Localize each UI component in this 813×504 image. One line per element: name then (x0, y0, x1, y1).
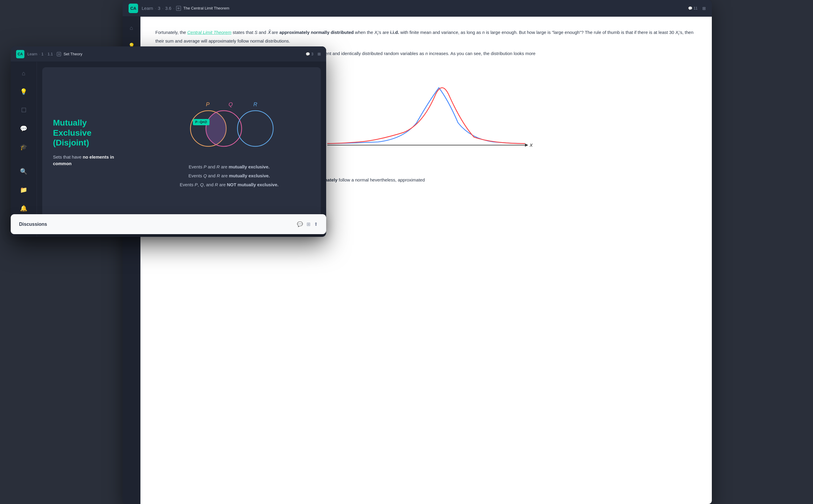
main-sidebar-lightbulb-icon[interactable]: 💡 (18, 86, 30, 98)
bg-comment-count: 11 (694, 6, 698, 10)
bg-title-icons: 💬 11 ⊞ (688, 6, 706, 11)
bg-sep1: · (155, 6, 156, 11)
main-title: Set Theory (63, 52, 82, 56)
slide-title: Mutually Exclusive (Disjoint) (53, 118, 127, 148)
venn-labels: Events P and R are mutually exclusive. E… (180, 162, 279, 189)
discussions-icons: 💬 ⊞ ⬆ (297, 221, 318, 227)
discussions-header: Discussions 💬 ⊞ ⬆ (19, 221, 318, 227)
bg-titlebar: CA Learn · 3 · 3.6 · ▤ The Central Limit… (123, 0, 712, 17)
main-sidebar-chat-icon[interactable]: 💬 (18, 123, 30, 134)
bg-num2: 3.6 (165, 6, 171, 11)
bg-logo: CA (129, 4, 138, 13)
venn-label-1: Events P and R are mutually exclusive. (180, 162, 279, 171)
bg-comment-icon[interactable]: 💬 11 (688, 6, 698, 10)
bg-sep2: · (162, 6, 163, 11)
svg-text:P: P (206, 101, 209, 107)
main-num1: 1 (41, 52, 43, 56)
discussions-title: Discussions (19, 222, 47, 227)
discussions-grid-icon[interactable]: ⊞ (307, 221, 310, 227)
main-module-icon: ▤ (57, 52, 61, 56)
main-sidebar-home-icon[interactable]: ⌂ (18, 67, 30, 79)
svg-marker-1 (525, 144, 528, 147)
venn-svg: P Q R (179, 96, 280, 155)
comment-symbol2: 💬 (306, 52, 310, 56)
lesson-slide: Mutually Exclusive (Disjoint) Sets that … (42, 67, 321, 218)
bg-sep3: · (173, 6, 174, 11)
main-sidebar-folder-icon[interactable]: 📁 (18, 184, 30, 196)
bg-learn-label[interactable]: Learn (142, 6, 153, 11)
main-sidebar-bell-icon[interactable]: 🔔 (18, 202, 30, 214)
svg-point-10 (237, 111, 273, 146)
main-num2: 1.1 (48, 52, 53, 56)
svg-text:R: R (254, 101, 257, 107)
svg-text:x: x (529, 142, 533, 148)
main-layout-icon[interactable]: ⊞ (318, 52, 321, 56)
main-sep3: · (54, 52, 56, 56)
main-window: CA Learn · 1 · 1.1 · ▤ Set Theory 💬 3 ⊞ … (11, 46, 326, 237)
module-icon: ▤ (176, 6, 181, 11)
main-sidebar-search-icon[interactable]: 🔍 (18, 165, 30, 177)
bg-para1: Fortunately, the Central Limit Theorem s… (155, 29, 697, 45)
bg-layout-icon[interactable]: ⊞ (702, 6, 706, 11)
main-comment-icon[interactable]: 💬 3 (306, 52, 313, 56)
slide-subtitle: Sets that have no elements in common (53, 154, 127, 167)
bg-title: The Central Limit Theorem (183, 6, 229, 10)
main-sidebar-grad-icon[interactable]: 🎓 (18, 141, 30, 153)
slide-left: Mutually Exclusive (Disjoint) Sets that … (42, 106, 137, 179)
main-sep1: · (39, 52, 40, 56)
main-learn-label[interactable]: Learn (27, 52, 37, 56)
discussions-panel: Discussions 💬 ⊞ ⬆ (11, 214, 326, 234)
main-sidebar: ⌂ 💡 ☐ 💬 🎓 🔍 📁 🔔 👤 (11, 62, 37, 237)
main-breadcrumb: Learn · 1 · 1.1 · ▤ Set Theory (27, 52, 82, 56)
main-title-icons: 💬 3 ⊞ (306, 52, 321, 56)
bg-sidebar-home-icon[interactable]: ⌂ (126, 23, 137, 33)
main-comment-count: 3 (311, 52, 313, 56)
discussions-upload-icon[interactable]: ⬆ (314, 221, 318, 227)
main-logo: CA (16, 50, 24, 58)
venn-label-2: Events Q and R are mutually exclusive. (180, 171, 279, 180)
bg-breadcrumb: Learn · 3 · 3.6 · ▤ The Central Limit Th… (142, 6, 229, 11)
discussions-comment-icon[interactable]: 💬 (297, 221, 303, 227)
comment-symbol: 💬 (688, 6, 692, 10)
main-sidebar-book-icon[interactable]: ☐ (18, 104, 30, 116)
slide-right: P Q R (137, 90, 321, 195)
main-sep2: · (45, 52, 46, 56)
venn-container: P Q R (179, 96, 280, 155)
bg-num1: 3 (158, 6, 160, 11)
intersection-badge: P∩Q≠∅ (193, 119, 209, 125)
venn-label-3: Events P, Q, and R are NOT mutually excl… (180, 180, 279, 189)
bg-clt-link[interactable]: Central Limit Theorem (187, 30, 231, 35)
svg-text:Q: Q (229, 101, 233, 107)
main-content: Mutually Exclusive (Disjoint) Sets that … (37, 62, 326, 237)
main-titlebar: CA Learn · 1 · 1.1 · ▤ Set Theory 💬 3 ⊞ (11, 46, 326, 62)
